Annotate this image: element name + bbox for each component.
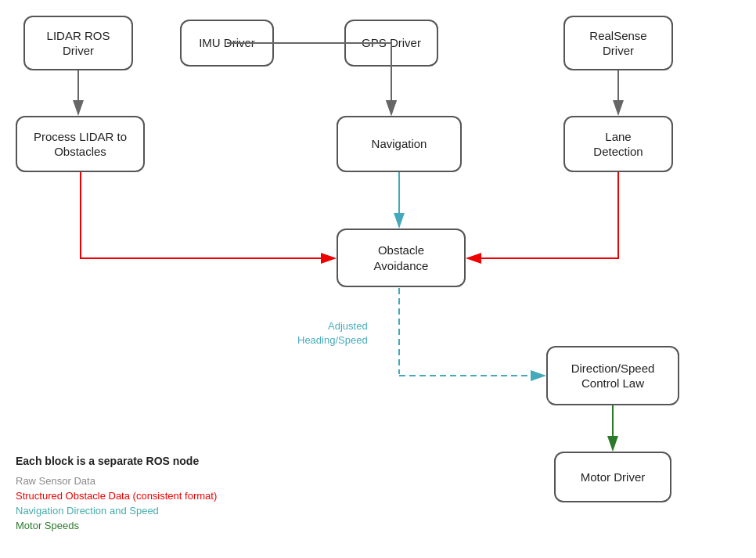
direction-speed-node: Direction/SpeedControl Law	[546, 346, 679, 405]
legend-nav-direction: Navigation Direction and Speed	[16, 505, 217, 517]
legend-heading: Each block is a separate ROS node	[16, 455, 217, 467]
lane-detection-node: LaneDetection	[563, 116, 673, 172]
legend: Each block is a separate ROS node Raw Se…	[16, 455, 217, 535]
obstacle-avoidance-node: ObstacleAvoidance	[337, 229, 466, 287]
motor-driver-node: Motor Driver	[554, 452, 671, 502]
adjusted-heading-label: AdjustedHeading/Speed	[297, 319, 368, 347]
legend-raw-sensor: Raw Sensor Data	[16, 475, 217, 487]
lidar-driver-node: LIDAR ROSDriver	[23, 16, 133, 70]
navigation-node: Navigation	[337, 116, 462, 172]
legend-motor-speeds: Motor Speeds	[16, 520, 217, 531]
realsense-driver-node: RealSenseDriver	[563, 16, 673, 70]
process-lidar-node: Process LIDAR toObstacles	[16, 116, 145, 172]
gps-driver-node: GPS Driver	[344, 20, 438, 67]
legend-structured-obstacle: Structured Obstacle Data (consistent for…	[16, 490, 217, 502]
diagram-container: LIDAR ROSDriver IMU Driver GPS Driver Re…	[0, 0, 756, 558]
imu-driver-node: IMU Driver	[180, 20, 274, 67]
